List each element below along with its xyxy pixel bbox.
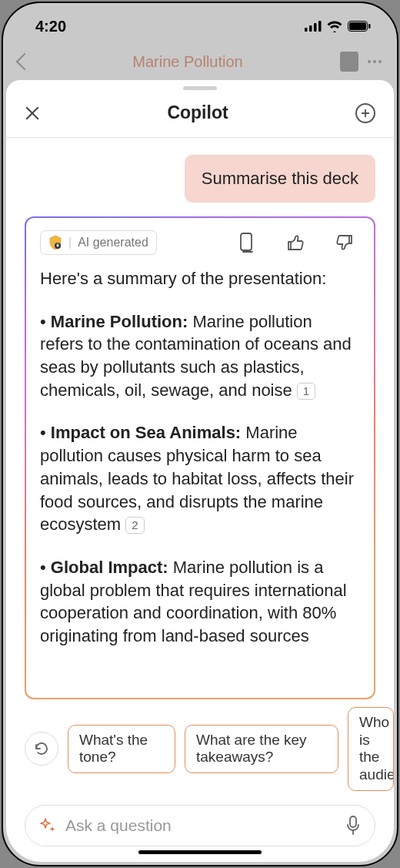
user-message: Summarise this deck: [185, 155, 375, 203]
document-title: Marine Pollution: [46, 53, 329, 71]
thumbs-up-icon[interactable]: [286, 233, 305, 252]
ai-generated-badge: | AI generated: [40, 230, 157, 255]
ai-badge-label: AI generated: [78, 236, 148, 250]
response-intro: Here's a summary of the presentation:: [40, 267, 360, 290]
chat-body: Summarise this deck | AI generated: [6, 138, 394, 699]
presentation-icon[interactable]: [340, 52, 358, 72]
response-bullet: • Impact on Sea Animals: Marine pollutio…: [40, 421, 360, 535]
close-icon[interactable]: [25, 106, 40, 121]
sheet-handle[interactable]: [183, 86, 217, 90]
svg-rect-13: [350, 816, 356, 827]
cellular-icon: [305, 21, 322, 32]
response-bullet: • Global Impact: Marine pollution is a g…: [40, 556, 360, 648]
svg-rect-0: [305, 28, 308, 32]
suggestion-row: What's the tone? What are the key takeaw…: [6, 699, 394, 794]
new-chat-button[interactable]: [355, 103, 375, 123]
response-card: | AI generated Here's a summary of the p…: [25, 216, 375, 699]
home-indicator[interactable]: [138, 850, 262, 854]
svg-rect-3: [318, 21, 322, 32]
svg-rect-1: [309, 25, 312, 32]
sparkle-icon: [39, 817, 56, 834]
citation[interactable]: 1: [297, 383, 315, 400]
shield-icon: [48, 235, 62, 250]
svg-rect-5: [349, 22, 366, 30]
status-icons: [305, 21, 371, 32]
svg-rect-2: [314, 23, 317, 32]
response-bullet: • Marine Pollution: Marine pollution ref…: [40, 310, 360, 402]
svg-rect-6: [368, 24, 371, 28]
app-header: Marine Pollution: [3, 43, 397, 80]
wifi-icon: [327, 21, 342, 32]
plus-bubble-icon: [357, 103, 374, 123]
copy-icon[interactable]: [238, 233, 255, 253]
citation[interactable]: 2: [125, 517, 144, 534]
back-icon[interactable]: [16, 53, 34, 71]
microphone-icon[interactable]: [345, 816, 361, 836]
response-text: Here's a summary of the presentation: • …: [40, 267, 360, 668]
refresh-icon: [33, 740, 50, 757]
sheet-title: Copilot: [40, 102, 355, 123]
suggestion-chip[interactable]: What are the key takeaways?: [185, 725, 338, 774]
battery-icon: [348, 21, 371, 32]
input-placeholder: Ask a question: [65, 816, 336, 835]
suggestion-chip[interactable]: What's the tone?: [68, 725, 175, 774]
status-bar: 4:20: [3, 3, 397, 43]
copilot-sheet: Copilot Summarise this deck | AI g: [6, 80, 394, 862]
question-input[interactable]: Ask a question: [25, 805, 375, 846]
device-frame: 4:20 Marine Pollution Copilot: [2, 2, 398, 866]
more-icon[interactable]: [368, 60, 382, 63]
suggestion-chip[interactable]: Who is the audience?: [348, 707, 394, 791]
thumbs-down-icon[interactable]: [335, 233, 354, 252]
refresh-button[interactable]: [25, 732, 58, 766]
svg-rect-10: [57, 245, 59, 246]
status-time: 4:20: [35, 18, 66, 35]
sheet-header: Copilot: [6, 92, 394, 138]
svg-rect-11: [241, 233, 252, 250]
response-toolbar: | AI generated: [40, 230, 360, 255]
